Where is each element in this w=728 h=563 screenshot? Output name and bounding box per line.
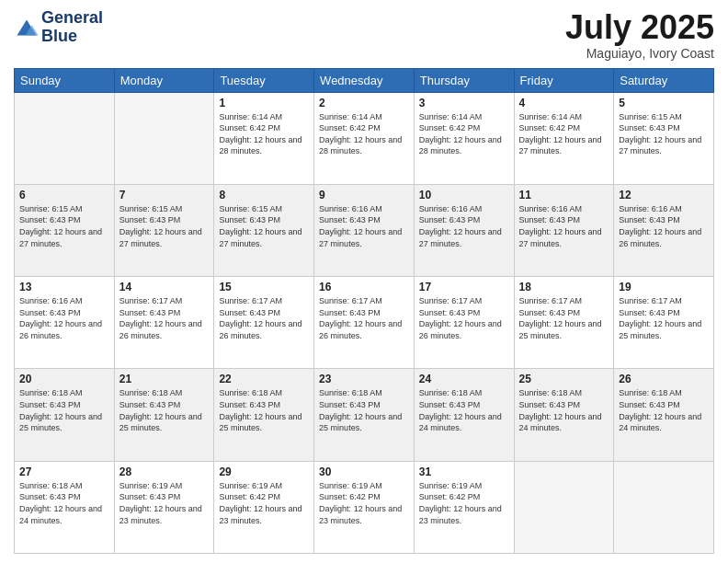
calendar-week-3: 13Sunrise: 6:16 AM Sunset: 6:43 PM Dayli… bbox=[15, 277, 714, 369]
day-number: 16 bbox=[319, 281, 409, 293]
day-info: Sunrise: 6:14 AM Sunset: 6:42 PM Dayligh… bbox=[519, 111, 609, 157]
day-number: 31 bbox=[419, 465, 509, 478]
calendar-cell: 7Sunrise: 6:15 AM Sunset: 6:43 PM Daylig… bbox=[114, 184, 214, 276]
calendar-week-1: 1Sunrise: 6:14 AM Sunset: 6:42 PM Daylig… bbox=[15, 92, 714, 184]
calendar-cell: 24Sunrise: 6:18 AM Sunset: 6:43 PM Dayli… bbox=[414, 369, 514, 461]
calendar-cell: 4Sunrise: 6:14 AM Sunset: 6:42 PM Daylig… bbox=[514, 92, 614, 184]
calendar-cell: 23Sunrise: 6:18 AM Sunset: 6:43 PM Dayli… bbox=[314, 369, 415, 461]
day-number: 19 bbox=[619, 281, 709, 293]
calendar-cell: 1Sunrise: 6:14 AM Sunset: 6:42 PM Daylig… bbox=[214, 92, 314, 184]
calendar-cell bbox=[15, 92, 115, 184]
day-number: 20 bbox=[19, 373, 109, 385]
logo-text: General Blue bbox=[41, 9, 103, 46]
day-number: 13 bbox=[19, 281, 109, 293]
day-info: Sunrise: 6:16 AM Sunset: 6:43 PM Dayligh… bbox=[419, 203, 509, 249]
day-number: 9 bbox=[319, 189, 409, 201]
day-number: 24 bbox=[419, 373, 509, 385]
calendar-cell: 15Sunrise: 6:17 AM Sunset: 6:43 PM Dayli… bbox=[214, 277, 314, 369]
day-info: Sunrise: 6:18 AM Sunset: 6:43 PM Dayligh… bbox=[619, 387, 709, 433]
day-info: Sunrise: 6:16 AM Sunset: 6:43 PM Dayligh… bbox=[519, 203, 609, 249]
calendar-cell bbox=[614, 461, 714, 553]
calendar-cell: 3Sunrise: 6:14 AM Sunset: 6:42 PM Daylig… bbox=[414, 92, 514, 184]
day-number: 26 bbox=[619, 373, 709, 385]
calendar-cell bbox=[114, 92, 214, 184]
calendar-cell: 20Sunrise: 6:18 AM Sunset: 6:43 PM Dayli… bbox=[15, 369, 115, 461]
calendar-cell: 2Sunrise: 6:14 AM Sunset: 6:42 PM Daylig… bbox=[314, 92, 415, 184]
day-info: Sunrise: 6:18 AM Sunset: 6:43 PM Dayligh… bbox=[419, 387, 509, 433]
day-info: Sunrise: 6:17 AM Sunset: 6:43 PM Dayligh… bbox=[319, 295, 409, 341]
day-number: 5 bbox=[619, 97, 709, 109]
day-number: 17 bbox=[419, 281, 509, 293]
day-number: 7 bbox=[119, 189, 210, 201]
calendar-cell: 9Sunrise: 6:16 AM Sunset: 6:43 PM Daylig… bbox=[314, 184, 415, 276]
calendar-cell: 19Sunrise: 6:17 AM Sunset: 6:43 PM Dayli… bbox=[614, 277, 714, 369]
calendar-cell: 10Sunrise: 6:16 AM Sunset: 6:43 PM Dayli… bbox=[414, 184, 514, 276]
day-info: Sunrise: 6:16 AM Sunset: 6:43 PM Dayligh… bbox=[619, 203, 709, 249]
day-number: 8 bbox=[219, 189, 309, 201]
day-number: 3 bbox=[419, 97, 509, 109]
page: General Blue July 2025 Maguiayo, Ivory C… bbox=[0, 0, 728, 563]
day-info: Sunrise: 6:16 AM Sunset: 6:43 PM Dayligh… bbox=[19, 295, 109, 341]
day-info: Sunrise: 6:18 AM Sunset: 6:43 PM Dayligh… bbox=[219, 387, 309, 433]
title-block: July 2025 Maguiayo, Ivory Coast bbox=[565, 9, 714, 61]
day-info: Sunrise: 6:16 AM Sunset: 6:43 PM Dayligh… bbox=[319, 203, 409, 249]
day-info: Sunrise: 6:17 AM Sunset: 6:43 PM Dayligh… bbox=[619, 295, 709, 341]
header: General Blue July 2025 Maguiayo, Ivory C… bbox=[14, 9, 714, 61]
day-number: 18 bbox=[519, 281, 609, 293]
logo: General Blue bbox=[14, 9, 103, 46]
day-number: 27 bbox=[19, 465, 109, 478]
day-info: Sunrise: 6:18 AM Sunset: 6:43 PM Dayligh… bbox=[119, 387, 210, 433]
day-info: Sunrise: 6:18 AM Sunset: 6:43 PM Dayligh… bbox=[19, 480, 109, 526]
day-number: 15 bbox=[219, 281, 309, 293]
month-title: July 2025 bbox=[565, 9, 714, 46]
day-number: 22 bbox=[219, 373, 309, 385]
logo-icon bbox=[14, 15, 40, 40]
calendar-cell: 11Sunrise: 6:16 AM Sunset: 6:43 PM Dayli… bbox=[514, 184, 614, 276]
weekday-saturday: Saturday bbox=[614, 68, 714, 92]
day-number: 25 bbox=[519, 373, 609, 385]
day-info: Sunrise: 6:14 AM Sunset: 6:42 PM Dayligh… bbox=[419, 111, 509, 157]
day-number: 11 bbox=[519, 189, 609, 201]
day-info: Sunrise: 6:15 AM Sunset: 6:43 PM Dayligh… bbox=[19, 203, 109, 249]
weekday-tuesday: Tuesday bbox=[214, 68, 314, 92]
day-number: 2 bbox=[319, 97, 409, 109]
calendar-cell: 14Sunrise: 6:17 AM Sunset: 6:43 PM Dayli… bbox=[114, 277, 214, 369]
calendar-cell: 17Sunrise: 6:17 AM Sunset: 6:43 PM Dayli… bbox=[414, 277, 514, 369]
weekday-wednesday: Wednesday bbox=[314, 68, 415, 92]
day-number: 10 bbox=[419, 189, 509, 201]
day-number: 14 bbox=[119, 281, 210, 293]
logo-line2: Blue bbox=[41, 28, 103, 46]
calendar-week-4: 20Sunrise: 6:18 AM Sunset: 6:43 PM Dayli… bbox=[15, 369, 714, 461]
calendar-cell: 16Sunrise: 6:17 AM Sunset: 6:43 PM Dayli… bbox=[314, 277, 415, 369]
day-info: Sunrise: 6:18 AM Sunset: 6:43 PM Dayligh… bbox=[519, 387, 609, 433]
day-info: Sunrise: 6:14 AM Sunset: 6:42 PM Dayligh… bbox=[319, 111, 409, 157]
day-number: 4 bbox=[519, 97, 609, 109]
day-info: Sunrise: 6:19 AM Sunset: 6:42 PM Dayligh… bbox=[219, 480, 309, 526]
day-number: 28 bbox=[119, 465, 210, 478]
calendar-cell: 18Sunrise: 6:17 AM Sunset: 6:43 PM Dayli… bbox=[514, 277, 614, 369]
day-info: Sunrise: 6:18 AM Sunset: 6:43 PM Dayligh… bbox=[19, 387, 109, 433]
calendar-cell bbox=[514, 461, 614, 553]
location: Maguiayo, Ivory Coast bbox=[565, 46, 714, 61]
day-info: Sunrise: 6:17 AM Sunset: 6:43 PM Dayligh… bbox=[119, 295, 210, 341]
day-info: Sunrise: 6:19 AM Sunset: 6:42 PM Dayligh… bbox=[319, 480, 409, 526]
calendar-cell: 29Sunrise: 6:19 AM Sunset: 6:42 PM Dayli… bbox=[214, 461, 314, 553]
calendar-cell: 28Sunrise: 6:19 AM Sunset: 6:43 PM Dayli… bbox=[114, 461, 214, 553]
day-number: 6 bbox=[19, 189, 109, 201]
calendar-cell: 27Sunrise: 6:18 AM Sunset: 6:43 PM Dayli… bbox=[15, 461, 115, 553]
calendar-cell: 8Sunrise: 6:15 AM Sunset: 6:43 PM Daylig… bbox=[214, 184, 314, 276]
day-info: Sunrise: 6:19 AM Sunset: 6:42 PM Dayligh… bbox=[419, 480, 509, 526]
calendar-cell: 31Sunrise: 6:19 AM Sunset: 6:42 PM Dayli… bbox=[414, 461, 514, 553]
calendar-week-5: 27Sunrise: 6:18 AM Sunset: 6:43 PM Dayli… bbox=[15, 461, 714, 553]
calendar-cell: 5Sunrise: 6:15 AM Sunset: 6:43 PM Daylig… bbox=[614, 92, 714, 184]
day-number: 29 bbox=[219, 465, 309, 478]
calendar-cell: 26Sunrise: 6:18 AM Sunset: 6:43 PM Dayli… bbox=[614, 369, 714, 461]
calendar-cell: 13Sunrise: 6:16 AM Sunset: 6:43 PM Dayli… bbox=[15, 277, 115, 369]
calendar-week-2: 6Sunrise: 6:15 AM Sunset: 6:43 PM Daylig… bbox=[15, 184, 714, 276]
day-info: Sunrise: 6:18 AM Sunset: 6:43 PM Dayligh… bbox=[319, 387, 409, 433]
weekday-thursday: Thursday bbox=[414, 68, 514, 92]
calendar-cell: 25Sunrise: 6:18 AM Sunset: 6:43 PM Dayli… bbox=[514, 369, 614, 461]
calendar-cell: 21Sunrise: 6:18 AM Sunset: 6:43 PM Dayli… bbox=[114, 369, 214, 461]
calendar-cell: 12Sunrise: 6:16 AM Sunset: 6:43 PM Dayli… bbox=[614, 184, 714, 276]
calendar-table: SundayMondayTuesdayWednesdayThursdayFrid… bbox=[14, 68, 714, 554]
